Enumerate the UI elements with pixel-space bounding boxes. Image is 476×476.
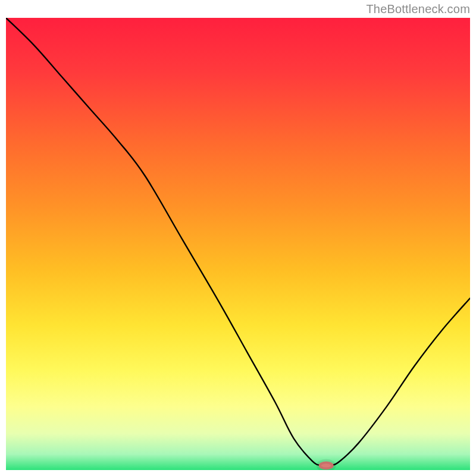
chart-stage: TheBottleneck.com (0, 0, 476, 476)
watermark: TheBottleneck.com (366, 2, 470, 16)
optimal-marker (319, 462, 334, 470)
heat-background (6, 18, 470, 470)
bottleneck-chart (6, 18, 470, 470)
